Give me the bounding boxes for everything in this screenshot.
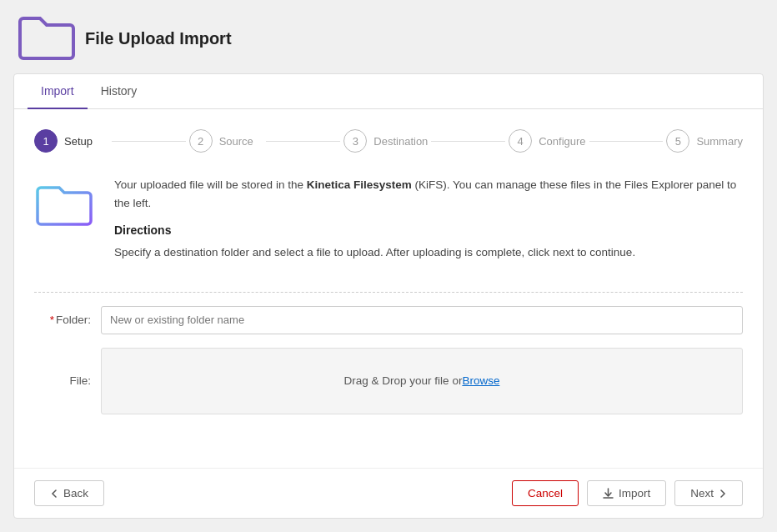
step-label-1: Setup bbox=[64, 135, 93, 148]
step-label-3: Destination bbox=[373, 135, 428, 148]
card-body: 1 Setup 2 Source 3 Destination 4 bbox=[14, 109, 763, 468]
import-icon bbox=[603, 488, 614, 499]
main-card: Import History 1 Setup 2 Source bbox=[13, 73, 764, 519]
footer-left: Back bbox=[34, 480, 104, 506]
next-chevron-icon bbox=[719, 489, 727, 498]
folder-form-row: *Folder: bbox=[34, 306, 743, 334]
step-connector-4 bbox=[589, 141, 664, 142]
step-circle-3: 3 bbox=[343, 129, 367, 153]
step-label-2: Source bbox=[219, 135, 253, 148]
card-footer: Back Cancel Import Next bbox=[14, 468, 763, 518]
cancel-button[interactable]: Cancel bbox=[512, 480, 579, 506]
file-form-row: File: Drag & Drop your file or Browse bbox=[34, 348, 743, 414]
directions-title: Directions bbox=[114, 223, 743, 237]
step-connector-3 bbox=[431, 141, 505, 142]
folder-icon-wrap bbox=[34, 176, 94, 262]
step-2[interactable]: 2 Source bbox=[189, 129, 263, 153]
directions-text: Specify a destination folder and select … bbox=[114, 243, 743, 262]
section-divider bbox=[34, 292, 743, 293]
step-label-5: Summary bbox=[696, 135, 743, 148]
step-3[interactable]: 3 Destination bbox=[343, 129, 428, 153]
back-button[interactable]: Back bbox=[34, 480, 104, 506]
import-button[interactable]: Import bbox=[587, 480, 666, 506]
step-5[interactable]: 5 Summary bbox=[666, 129, 743, 153]
folder-large-icon bbox=[34, 176, 94, 228]
tab-bar: Import History bbox=[14, 74, 763, 109]
stepper: 1 Setup 2 Source 3 Destination 4 bbox=[34, 129, 743, 153]
description-area: Your uploaded file will be stored in the… bbox=[114, 176, 743, 262]
required-mark: * bbox=[50, 314, 54, 326]
footer-right: Cancel Import Next bbox=[512, 480, 743, 506]
file-drop-zone[interactable]: Drag & Drop your file or Browse bbox=[101, 348, 743, 414]
header-folder-icon bbox=[17, 13, 77, 63]
kinetica-brand: Kinetica Filesystem bbox=[307, 178, 412, 191]
step-circle-5: 5 bbox=[666, 129, 689, 153]
step-4[interactable]: 4 Configure bbox=[509, 129, 585, 153]
next-button[interactable]: Next bbox=[674, 480, 743, 506]
step-circle-2: 2 bbox=[189, 129, 213, 153]
description-text: Your uploaded file will be stored in the… bbox=[114, 176, 743, 212]
browse-link[interactable]: Browse bbox=[462, 374, 499, 387]
folder-label: *Folder: bbox=[34, 314, 101, 326]
page-title: File Upload Import bbox=[85, 29, 232, 48]
page-header: File Upload Import bbox=[13, 13, 764, 63]
back-chevron-icon bbox=[50, 489, 58, 498]
content-area: Your uploaded file will be stored in the… bbox=[34, 176, 743, 262]
file-label: File: bbox=[34, 374, 101, 387]
step-label-4: Configure bbox=[539, 135, 585, 148]
tab-import[interactable]: Import bbox=[28, 74, 88, 109]
step-1[interactable]: 1 Setup bbox=[34, 129, 108, 153]
tab-history[interactable]: History bbox=[88, 74, 151, 109]
step-circle-4: 4 bbox=[509, 129, 532, 153]
step-circle-1: 1 bbox=[34, 129, 58, 153]
step-connector-1 bbox=[112, 141, 186, 142]
step-connector-2 bbox=[266, 141, 340, 142]
drag-drop-text: Drag & Drop your file or bbox=[344, 374, 463, 387]
folder-input[interactable] bbox=[101, 306, 743, 334]
